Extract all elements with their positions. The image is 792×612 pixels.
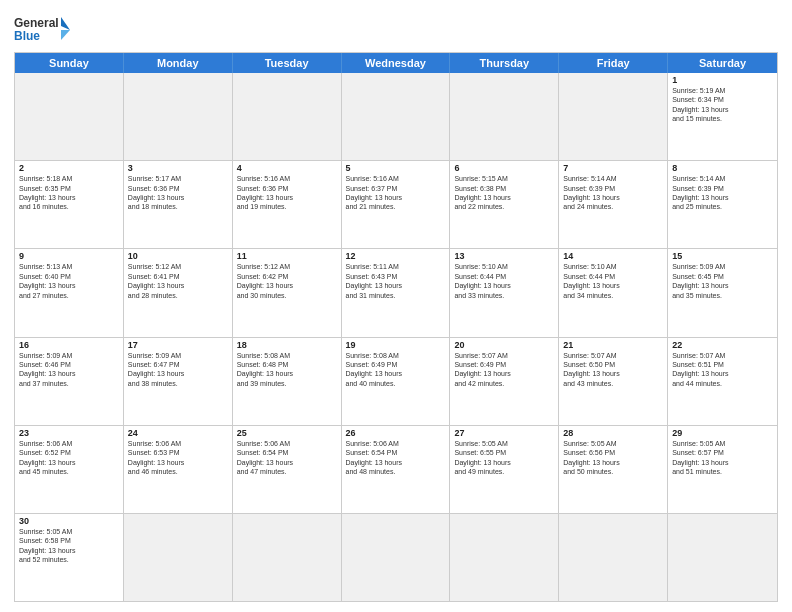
- cell-info: Sunrise: 5:05 AM Sunset: 6:57 PM Dayligh…: [672, 439, 773, 477]
- calendar: SundayMondayTuesdayWednesdayThursdayFrid…: [14, 52, 778, 602]
- calendar-cell: 7Sunrise: 5:14 AM Sunset: 6:39 PM Daylig…: [559, 161, 668, 248]
- cell-day-number: 8: [672, 163, 773, 173]
- cell-info: Sunrise: 5:15 AM Sunset: 6:38 PM Dayligh…: [454, 174, 554, 212]
- cell-info: Sunrise: 5:07 AM Sunset: 6:51 PM Dayligh…: [672, 351, 773, 389]
- calendar-cell: 16Sunrise: 5:09 AM Sunset: 6:46 PM Dayli…: [15, 338, 124, 425]
- cell-day-number: 14: [563, 251, 663, 261]
- cell-info: Sunrise: 5:11 AM Sunset: 6:43 PM Dayligh…: [346, 262, 446, 300]
- cell-day-number: 21: [563, 340, 663, 350]
- calendar-cell: [342, 73, 451, 160]
- cell-day-number: 30: [19, 516, 119, 526]
- cell-info: Sunrise: 5:17 AM Sunset: 6:36 PM Dayligh…: [128, 174, 228, 212]
- calendar-row: 9Sunrise: 5:13 AM Sunset: 6:40 PM Daylig…: [15, 249, 777, 337]
- calendar-row: 16Sunrise: 5:09 AM Sunset: 6:46 PM Dayli…: [15, 338, 777, 426]
- logo: General Blue: [14, 14, 74, 48]
- calendar-cell: 15Sunrise: 5:09 AM Sunset: 6:45 PM Dayli…: [668, 249, 777, 336]
- calendar-cell: 10Sunrise: 5:12 AM Sunset: 6:41 PM Dayli…: [124, 249, 233, 336]
- cell-info: Sunrise: 5:05 AM Sunset: 6:55 PM Dayligh…: [454, 439, 554, 477]
- cell-day-number: 4: [237, 163, 337, 173]
- weekday-header: Thursday: [450, 53, 559, 73]
- cell-info: Sunrise: 5:14 AM Sunset: 6:39 PM Dayligh…: [672, 174, 773, 212]
- cell-info: Sunrise: 5:10 AM Sunset: 6:44 PM Dayligh…: [563, 262, 663, 300]
- cell-info: Sunrise: 5:12 AM Sunset: 6:41 PM Dayligh…: [128, 262, 228, 300]
- cell-day-number: 7: [563, 163, 663, 173]
- calendar-cell: 23Sunrise: 5:06 AM Sunset: 6:52 PM Dayli…: [15, 426, 124, 513]
- calendar-cell: 17Sunrise: 5:09 AM Sunset: 6:47 PM Dayli…: [124, 338, 233, 425]
- calendar-cell: 11Sunrise: 5:12 AM Sunset: 6:42 PM Dayli…: [233, 249, 342, 336]
- generalblue-logo: General Blue: [14, 14, 74, 48]
- weekday-header: Saturday: [668, 53, 777, 73]
- cell-day-number: 17: [128, 340, 228, 350]
- cell-day-number: 11: [237, 251, 337, 261]
- cell-info: Sunrise: 5:09 AM Sunset: 6:47 PM Dayligh…: [128, 351, 228, 389]
- calendar-cell: [124, 514, 233, 601]
- calendar-cell: 28Sunrise: 5:05 AM Sunset: 6:56 PM Dayli…: [559, 426, 668, 513]
- cell-day-number: 29: [672, 428, 773, 438]
- calendar-cell: [342, 514, 451, 601]
- calendar-cell: 27Sunrise: 5:05 AM Sunset: 6:55 PM Dayli…: [450, 426, 559, 513]
- calendar-cell: [233, 73, 342, 160]
- cell-day-number: 9: [19, 251, 119, 261]
- cell-info: Sunrise: 5:13 AM Sunset: 6:40 PM Dayligh…: [19, 262, 119, 300]
- cell-day-number: 28: [563, 428, 663, 438]
- calendar-body: 1Sunrise: 5:19 AM Sunset: 6:34 PM Daylig…: [15, 73, 777, 601]
- cell-info: Sunrise: 5:06 AM Sunset: 6:53 PM Dayligh…: [128, 439, 228, 477]
- cell-info: Sunrise: 5:07 AM Sunset: 6:50 PM Dayligh…: [563, 351, 663, 389]
- cell-day-number: 23: [19, 428, 119, 438]
- calendar-page: General Blue SundayMondayTuesdayWednesda…: [0, 0, 792, 612]
- calendar-cell: [450, 73, 559, 160]
- cell-day-number: 25: [237, 428, 337, 438]
- calendar-cell: [124, 73, 233, 160]
- calendar-cell: [233, 514, 342, 601]
- calendar-cell: [559, 73, 668, 160]
- cell-info: Sunrise: 5:16 AM Sunset: 6:37 PM Dayligh…: [346, 174, 446, 212]
- calendar-cell: 29Sunrise: 5:05 AM Sunset: 6:57 PM Dayli…: [668, 426, 777, 513]
- cell-day-number: 6: [454, 163, 554, 173]
- calendar-cell: 9Sunrise: 5:13 AM Sunset: 6:40 PM Daylig…: [15, 249, 124, 336]
- calendar-cell: 25Sunrise: 5:06 AM Sunset: 6:54 PM Dayli…: [233, 426, 342, 513]
- cell-info: Sunrise: 5:19 AM Sunset: 6:34 PM Dayligh…: [672, 86, 773, 124]
- calendar-cell: 5Sunrise: 5:16 AM Sunset: 6:37 PM Daylig…: [342, 161, 451, 248]
- calendar-cell: 6Sunrise: 5:15 AM Sunset: 6:38 PM Daylig…: [450, 161, 559, 248]
- cell-info: Sunrise: 5:06 AM Sunset: 6:52 PM Dayligh…: [19, 439, 119, 477]
- weekday-header: Monday: [124, 53, 233, 73]
- cell-info: Sunrise: 5:08 AM Sunset: 6:49 PM Dayligh…: [346, 351, 446, 389]
- cell-day-number: 15: [672, 251, 773, 261]
- cell-day-number: 2: [19, 163, 119, 173]
- cell-day-number: 19: [346, 340, 446, 350]
- svg-text:General: General: [14, 16, 59, 30]
- svg-marker-2: [61, 17, 70, 30]
- calendar-cell: 19Sunrise: 5:08 AM Sunset: 6:49 PM Dayli…: [342, 338, 451, 425]
- calendar-cell: 30Sunrise: 5:05 AM Sunset: 6:58 PM Dayli…: [15, 514, 124, 601]
- calendar-cell: 1Sunrise: 5:19 AM Sunset: 6:34 PM Daylig…: [668, 73, 777, 160]
- weekday-header: Wednesday: [342, 53, 451, 73]
- calendar-cell: [559, 514, 668, 601]
- svg-marker-3: [61, 30, 70, 40]
- calendar-row: 23Sunrise: 5:06 AM Sunset: 6:52 PM Dayli…: [15, 426, 777, 514]
- cell-info: Sunrise: 5:14 AM Sunset: 6:39 PM Dayligh…: [563, 174, 663, 212]
- page-header: General Blue: [14, 10, 778, 48]
- calendar-header: SundayMondayTuesdayWednesdayThursdayFrid…: [15, 53, 777, 73]
- weekday-header: Sunday: [15, 53, 124, 73]
- calendar-cell: 24Sunrise: 5:06 AM Sunset: 6:53 PM Dayli…: [124, 426, 233, 513]
- cell-info: Sunrise: 5:09 AM Sunset: 6:45 PM Dayligh…: [672, 262, 773, 300]
- cell-info: Sunrise: 5:18 AM Sunset: 6:35 PM Dayligh…: [19, 174, 119, 212]
- cell-day-number: 1: [672, 75, 773, 85]
- weekday-header: Tuesday: [233, 53, 342, 73]
- calendar-cell: 8Sunrise: 5:14 AM Sunset: 6:39 PM Daylig…: [668, 161, 777, 248]
- svg-text:Blue: Blue: [14, 29, 40, 43]
- calendar-cell: 4Sunrise: 5:16 AM Sunset: 6:36 PM Daylig…: [233, 161, 342, 248]
- cell-day-number: 26: [346, 428, 446, 438]
- cell-info: Sunrise: 5:12 AM Sunset: 6:42 PM Dayligh…: [237, 262, 337, 300]
- calendar-cell: 21Sunrise: 5:07 AM Sunset: 6:50 PM Dayli…: [559, 338, 668, 425]
- calendar-cell: 26Sunrise: 5:06 AM Sunset: 6:54 PM Dayli…: [342, 426, 451, 513]
- calendar-cell: [450, 514, 559, 601]
- calendar-row: 30Sunrise: 5:05 AM Sunset: 6:58 PM Dayli…: [15, 514, 777, 601]
- calendar-cell: 13Sunrise: 5:10 AM Sunset: 6:44 PM Dayli…: [450, 249, 559, 336]
- calendar-cell: 18Sunrise: 5:08 AM Sunset: 6:48 PM Dayli…: [233, 338, 342, 425]
- calendar-cell: [15, 73, 124, 160]
- calendar-cell: 12Sunrise: 5:11 AM Sunset: 6:43 PM Dayli…: [342, 249, 451, 336]
- calendar-cell: 20Sunrise: 5:07 AM Sunset: 6:49 PM Dayli…: [450, 338, 559, 425]
- cell-info: Sunrise: 5:08 AM Sunset: 6:48 PM Dayligh…: [237, 351, 337, 389]
- weekday-header: Friday: [559, 53, 668, 73]
